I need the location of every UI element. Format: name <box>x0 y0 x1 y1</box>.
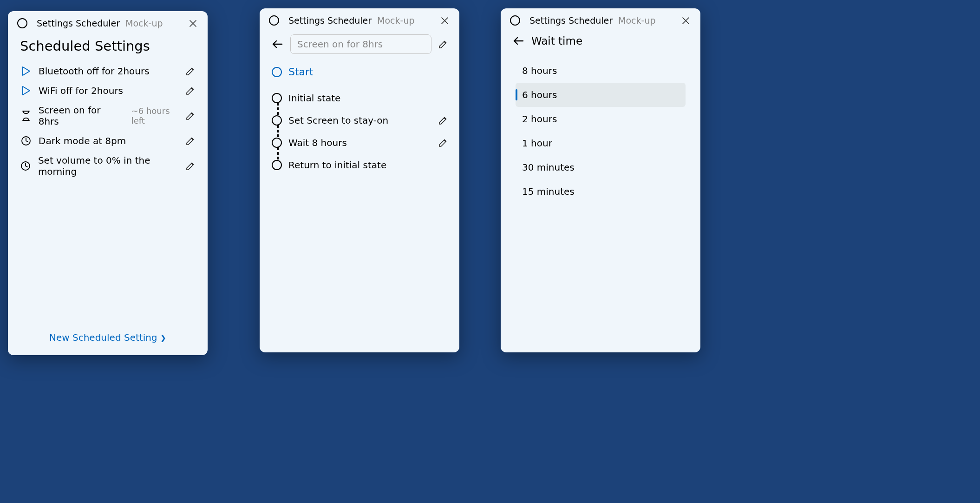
panel-schedule-editor: Settings Scheduler Mock-up Start Initial… <box>260 8 459 352</box>
wait-time-option[interactable]: 30 minutes <box>516 155 686 179</box>
title-text: Settings Scheduler Mock-up <box>37 18 163 28</box>
scheduled-item-label: Bluetooth off for 2hours <box>39 66 150 77</box>
pencil-icon <box>185 66 196 76</box>
app-title: Settings Scheduler <box>37 18 120 28</box>
app-subtitle: Mock-up <box>125 18 163 28</box>
titlebar: Settings Scheduler Mock-up <box>260 8 459 29</box>
titlebar: Settings Scheduler Mock-up <box>501 8 700 29</box>
close-icon <box>441 17 448 24</box>
start-row[interactable]: Start <box>271 65 448 87</box>
close-icon <box>682 17 689 24</box>
page-heading: Scheduled Settings <box>20 38 196 54</box>
play-icon <box>20 66 32 76</box>
edit-button[interactable] <box>185 161 196 171</box>
pencil-icon <box>438 39 448 49</box>
panel-wait-time: Settings Scheduler Mock-up Wait time 8 h… <box>501 8 700 352</box>
arrow-left-icon <box>513 36 524 46</box>
titlebar: Settings Scheduler Mock-up <box>8 11 208 32</box>
app-icon <box>510 15 520 26</box>
scheduled-item-label: Set volume to 0% in the morning <box>38 155 185 177</box>
flow-node-icon <box>272 138 282 148</box>
edit-name-button[interactable] <box>438 39 448 49</box>
hourglass-icon <box>20 111 32 121</box>
edit-button[interactable] <box>185 136 196 146</box>
flow-step: Wait 8 hours <box>272 132 448 154</box>
scheduled-item: Screen on for 8hrs~6 hours left <box>20 100 196 131</box>
start-label: Start <box>288 66 314 78</box>
pencil-icon <box>438 115 448 126</box>
flow-step-label: Wait 8 hours <box>288 137 347 148</box>
pencil-icon <box>438 138 448 148</box>
clock-icon <box>20 136 32 146</box>
edit-step-button[interactable] <box>438 138 448 148</box>
flow-node-icon <box>272 93 282 103</box>
app-subtitle: Mock-up <box>618 15 655 26</box>
app-subtitle: Mock-up <box>377 15 414 26</box>
edit-button[interactable] <box>185 111 196 121</box>
flow-node-icon <box>272 115 282 126</box>
wait-time-option[interactable]: 15 minutes <box>516 179 686 204</box>
flow-step-label: Set Screen to stay-on <box>288 115 388 126</box>
flow-step: Initial state <box>272 87 448 109</box>
flow-step-label: Return to initial state <box>288 159 386 171</box>
app-title: Settings Scheduler <box>529 15 613 26</box>
app-title: Settings Scheduler <box>288 15 372 26</box>
scheduled-item: Dark mode at 8pm <box>20 131 196 151</box>
back-button[interactable] <box>271 38 284 51</box>
flow-node-icon <box>272 160 282 170</box>
clock-icon <box>20 161 32 171</box>
new-link-label: New Scheduled Setting <box>49 332 157 343</box>
app-icon <box>269 15 279 26</box>
wait-time-option[interactable]: 8 hours <box>516 59 686 83</box>
scheduled-list: Bluetooth off for 2hoursWiFi off for 2ho… <box>20 61 196 181</box>
edit-step-button[interactable] <box>438 115 448 126</box>
wait-time-option[interactable]: 6 hours <box>516 83 686 107</box>
flow-list: Initial stateSet Screen to stay-onWait 8… <box>271 87 448 176</box>
wait-time-option[interactable]: 2 hours <box>516 107 686 131</box>
edit-button[interactable] <box>185 86 196 96</box>
wait-time-options: 8 hours6 hours2 hours1 hour30 minutes15 … <box>509 56 692 204</box>
title-text: Settings Scheduler Mock-up <box>288 15 415 26</box>
new-scheduled-setting-link[interactable]: New Scheduled Setting ❯ <box>49 332 166 343</box>
play-icon <box>20 86 32 96</box>
close-icon <box>189 20 196 27</box>
start-node-icon <box>272 67 282 77</box>
scheduled-item-label: WiFi off for 2hours <box>39 85 123 96</box>
close-button[interactable] <box>187 18 198 29</box>
scheduled-item: WiFi off for 2hours <box>20 81 196 100</box>
pencil-icon <box>185 86 196 96</box>
flow-step: Set Screen to stay-on <box>272 109 448 132</box>
wait-time-option[interactable]: 1 hour <box>516 131 686 155</box>
pencil-icon <box>185 111 196 121</box>
chevron-right-icon: ❯ <box>160 333 166 342</box>
scheduled-item: Set volume to 0% in the morning <box>20 151 196 181</box>
page-title: Wait time <box>531 35 582 47</box>
close-button[interactable] <box>680 15 691 26</box>
schedule-name-input[interactable] <box>290 34 431 54</box>
edit-button[interactable] <box>185 66 196 76</box>
flow-step-label: Initial state <box>288 93 340 104</box>
app-icon <box>17 18 27 28</box>
title-text: Settings Scheduler Mock-up <box>529 15 656 26</box>
close-button[interactable] <box>439 15 450 26</box>
panel-scheduled-settings: Settings Scheduler Mock-up Scheduled Set… <box>8 11 208 355</box>
scheduled-item-meta: ~6 hours left <box>131 106 185 126</box>
scheduled-item: Bluetooth off for 2hours <box>20 61 196 81</box>
pencil-icon <box>185 161 196 171</box>
back-button[interactable] <box>512 34 525 47</box>
scheduled-item-label: Dark mode at 8pm <box>39 135 126 146</box>
pencil-icon <box>185 136 196 146</box>
flow-step: Return to initial state <box>272 154 448 176</box>
scheduled-item-label: Screen on for 8hrs <box>39 105 123 127</box>
arrow-left-icon <box>272 40 283 49</box>
